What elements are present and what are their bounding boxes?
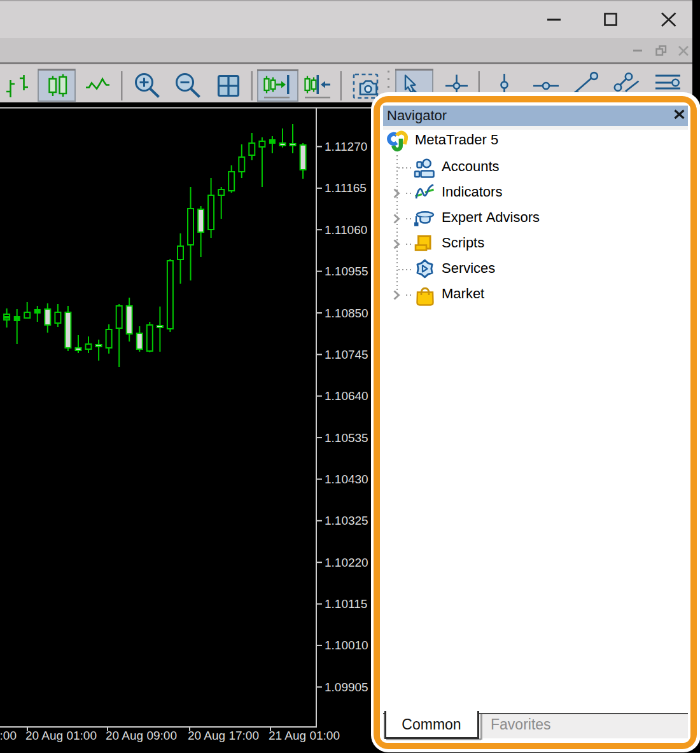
svg-text:1.10955: 1.10955: [325, 265, 368, 278]
svg-text:1.10850: 1.10850: [325, 307, 368, 320]
svg-text:19 Aug 17:00: 19 Aug 17:00: [0, 729, 17, 742]
svg-text:1.11060: 1.11060: [325, 223, 367, 237]
svg-text:1.11270: 1.11270: [325, 140, 367, 153]
svg-text:20 Aug 09:00: 20 Aug 09:00: [106, 729, 177, 742]
svg-text:1.10640: 1.10640: [325, 389, 368, 403]
svg-text:21 Aug 01:00: 21 Aug 01:00: [269, 729, 340, 742]
svg-text:20 Aug 01:00: 20 Aug 01:00: [25, 729, 97, 742]
svg-text:1.11165: 1.11165: [325, 181, 367, 195]
svg-text:1.10220: 1.10220: [325, 556, 368, 569]
svg-text:1.10430: 1.10430: [325, 473, 368, 486]
svg-text:1.10325: 1.10325: [325, 514, 368, 527]
svg-text:20 Aug 17:00: 20 Aug 17:00: [188, 729, 259, 742]
svg-text:1.10745: 1.10745: [325, 348, 368, 361]
svg-text:1.10115: 1.10115: [325, 597, 367, 611]
svg-text:1.10535: 1.10535: [325, 431, 368, 445]
svg-text:1.10010: 1.10010: [325, 639, 368, 652]
svg-text:1.09905: 1.09905: [325, 680, 368, 694]
